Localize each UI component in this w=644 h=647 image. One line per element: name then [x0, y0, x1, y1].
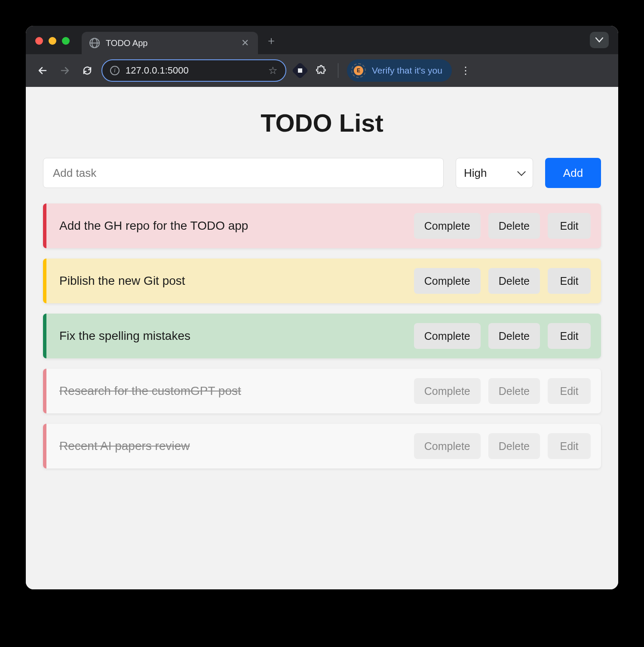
delete-button[interactable]: Delete	[488, 378, 540, 404]
edit-button[interactable]: Edit	[548, 378, 591, 404]
tab-search-button[interactable]	[590, 32, 609, 48]
extension-icon[interactable]	[292, 63, 308, 78]
task-text: Add the GH repo for the TODO app	[43, 219, 406, 233]
close-window-button[interactable]	[35, 37, 43, 45]
task-input[interactable]	[43, 158, 444, 188]
bookmark-star-icon[interactable]: ☆	[268, 65, 278, 77]
browser-tab[interactable]: TODO App ✕	[82, 32, 258, 54]
window-controls	[35, 37, 70, 45]
add-task-row: High Add	[43, 158, 601, 188]
edit-button[interactable]: Edit	[548, 213, 591, 239]
browser-window: TODO App ✕ ＋ i 127.0.0.1:5000 ☆	[26, 26, 618, 589]
complete-button[interactable]: Complete	[414, 433, 481, 459]
add-button[interactable]: Add	[545, 158, 601, 188]
page-title: TODO List	[43, 108, 601, 137]
delete-button[interactable]: Delete	[488, 268, 540, 294]
delete-button[interactable]: Delete	[488, 433, 540, 459]
arrow-left-icon	[37, 65, 48, 76]
globe-icon	[89, 38, 100, 48]
tab-title: TODO App	[106, 38, 234, 48]
chevron-down-icon	[595, 37, 603, 43]
task-text: Recent AI papers review	[43, 439, 406, 453]
page-content: TODO List High Add Add the GH repo for t…	[26, 87, 618, 589]
url-text: 127.0.0.1:5000	[126, 65, 262, 76]
extensions-puzzle-icon[interactable]	[314, 63, 329, 78]
task-card: Recent AI papers reviewCompleteDeleteEdi…	[43, 424, 601, 468]
arrow-right-icon	[60, 65, 70, 76]
task-card: Piblish the new Git postCompleteDeleteEd…	[43, 259, 601, 303]
delete-button[interactable]: Delete	[488, 213, 540, 239]
avatar-ring: E	[351, 63, 366, 78]
task-list: Add the GH repo for the TODO appComplete…	[43, 203, 601, 468]
forward-button[interactable]	[57, 62, 73, 79]
back-button[interactable]	[34, 62, 51, 79]
titlebar: TODO App ✕ ＋	[26, 26, 618, 54]
browser-toolbar: i 127.0.0.1:5000 ☆ E Verify that it's yo…	[26, 54, 618, 87]
task-card: Add the GH repo for the TODO appComplete…	[43, 203, 601, 248]
task-card: Fix the spelling mistakesCompleteDeleteE…	[43, 314, 601, 358]
complete-button[interactable]: Complete	[414, 323, 481, 349]
complete-button[interactable]: Complete	[414, 213, 481, 239]
profile-verify-pill[interactable]: E Verify that it's you	[347, 59, 452, 82]
complete-button[interactable]: Complete	[414, 268, 481, 294]
task-text: Fix the spelling mistakes	[43, 329, 406, 343]
task-text: Research for the customGPT post	[43, 384, 406, 398]
address-bar[interactable]: i 127.0.0.1:5000 ☆	[101, 59, 286, 82]
close-tab-button[interactable]: ✕	[240, 37, 250, 49]
edit-button[interactable]: Edit	[548, 323, 591, 349]
priority-select-wrap: High	[456, 158, 533, 188]
task-card: Research for the customGPT postCompleteD…	[43, 369, 601, 413]
edit-button[interactable]: Edit	[548, 433, 591, 459]
browser-menu-button[interactable]: ⋮	[458, 65, 473, 77]
reload-icon	[82, 65, 92, 76]
priority-select[interactable]: High	[456, 158, 533, 188]
minimize-window-button[interactable]	[49, 37, 56, 45]
site-info-icon[interactable]: i	[110, 66, 120, 75]
toolbar-divider	[338, 63, 338, 78]
verify-label: Verify that it's you	[372, 65, 442, 76]
new-tab-button[interactable]: ＋	[266, 33, 277, 48]
complete-button[interactable]: Complete	[414, 378, 481, 404]
edit-button[interactable]: Edit	[548, 268, 591, 294]
avatar-initial: E	[354, 66, 363, 75]
delete-button[interactable]: Delete	[488, 323, 540, 349]
reload-button[interactable]	[79, 62, 95, 79]
task-text: Piblish the new Git post	[43, 274, 406, 288]
maximize-window-button[interactable]	[62, 37, 70, 45]
